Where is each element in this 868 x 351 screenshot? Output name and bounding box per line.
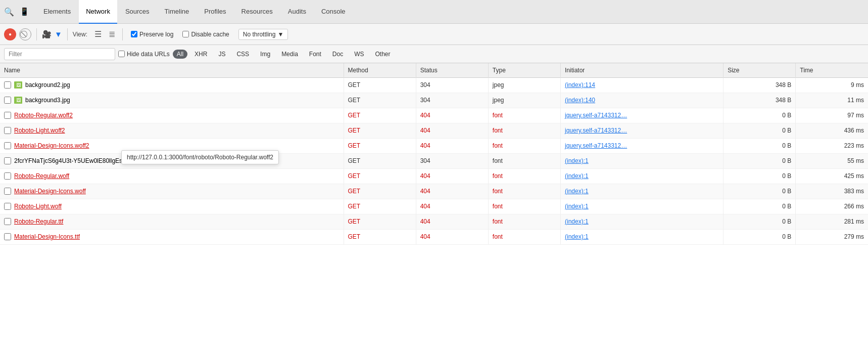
file-name[interactable]: Roboto-Regular.woff2 — [14, 112, 73, 119]
hide-data-urls-label[interactable]: Hide data URLs — [118, 51, 170, 58]
row-checkbox[interactable] — [4, 81, 11, 89]
row-checkbox[interactable] — [4, 142, 11, 149]
filter-btn-all[interactable]: All — [173, 50, 187, 59]
table-row[interactable]: Roboto-Regular.ttfGET404font(index):10 B… — [0, 214, 868, 229]
filter-input[interactable] — [4, 48, 115, 60]
tab-elements[interactable]: Elements — [36, 0, 78, 24]
filter-btn-css[interactable]: CSS — [232, 50, 253, 59]
table-row[interactable]: 🖼background3.jpgGET304jpeg(index):140348… — [0, 93, 868, 108]
file-name[interactable]: background3.jpg — [25, 97, 70, 104]
disable-cache-checkbox[interactable] — [182, 31, 189, 37]
filter-icon[interactable]: ▼ — [55, 30, 62, 38]
cell-initiator[interactable]: (index):140 — [561, 93, 724, 108]
row-checkbox[interactable] — [4, 127, 11, 134]
initiator-link[interactable]: (index):140 — [565, 97, 595, 104]
initiator-link[interactable]: jquery.self-a7143312… — [565, 127, 627, 134]
file-name[interactable]: Roboto-Light.woff — [14, 203, 62, 210]
cell-initiator[interactable]: (index):1 — [561, 214, 724, 229]
col-header-time[interactable]: Time — [796, 63, 868, 77]
initiator-link[interactable]: (index):1 — [565, 188, 589, 195]
col-header-method[interactable]: Method — [344, 63, 416, 77]
cell-initiator[interactable]: jquery.self-a7143312… — [561, 108, 724, 123]
col-header-name[interactable]: Name — [0, 63, 344, 77]
cell-initiator[interactable]: (index):1 — [561, 184, 724, 199]
cell-initiator[interactable]: (index):1 — [561, 229, 724, 244]
preserve-log-checkbox[interactable] — [131, 31, 137, 37]
row-checkbox[interactable] — [4, 157, 11, 164]
col-header-type[interactable]: Type — [488, 63, 560, 77]
row-checkbox[interactable] — [4, 203, 11, 210]
view-grouped-button[interactable]: ≣ — [107, 28, 117, 40]
table-row[interactable]: Roboto-Light.woff2GET404fontjquery.self-… — [0, 123, 868, 138]
name-cell-inner: Roboto-Regular.ttf — [4, 218, 340, 225]
mobile-icon[interactable]: 📱 — [19, 7, 29, 17]
throttle-chevron: ▼ — [277, 31, 283, 38]
clear-button[interactable]: ⃠ — [19, 28, 31, 40]
table-row[interactable]: Roboto-Regular.woff2GET404fontjquery.sel… — [0, 108, 868, 123]
cell-initiator[interactable]: (index):1 — [561, 168, 724, 184]
camera-icon[interactable]: 🎥 — [42, 30, 52, 39]
col-header-size[interactable]: Size — [724, 63, 796, 77]
file-name[interactable]: Roboto-Light.woff2 — [14, 127, 65, 134]
filter-btn-ws[interactable]: WS — [350, 50, 368, 59]
filter-btn-font[interactable]: Font — [305, 50, 325, 59]
file-name[interactable]: Material-Design-Icons.woff2 — [14, 142, 89, 149]
cell-initiator[interactable]: (index):1 — [561, 153, 724, 168]
filter-btn-media[interactable]: Media — [277, 50, 302, 59]
tab-network[interactable]: Network — [79, 0, 117, 24]
cell-initiator[interactable]: (index):1 — [561, 199, 724, 214]
filter-btn-xhr[interactable]: XHR — [190, 50, 211, 59]
cell-type: font — [488, 184, 560, 199]
col-header-initiator[interactable]: Initiator — [561, 63, 724, 77]
filter-btn-other[interactable]: Other — [371, 50, 395, 59]
initiator-link[interactable]: jquery.self-a7143312… — [565, 112, 627, 119]
view-list-button[interactable]: ☰ — [92, 28, 104, 40]
table-row[interactable]: Material-Design-Icons.woffGET404font(ind… — [0, 184, 868, 199]
tab-resources[interactable]: Resources — [234, 0, 280, 24]
tab-profiles[interactable]: Profiles — [197, 0, 233, 24]
file-name[interactable]: Material-Design-Icons.woff — [14, 188, 86, 195]
tab-timeline[interactable]: Timeline — [158, 0, 197, 24]
filter-btn-img[interactable]: Img — [256, 50, 274, 59]
cell-initiator[interactable]: (index):114 — [561, 77, 724, 93]
filter-btn-js[interactable]: JS — [214, 50, 229, 59]
initiator-link[interactable]: (index):114 — [565, 81, 595, 89]
row-checkbox[interactable] — [4, 188, 11, 195]
cell-type: font — [488, 199, 560, 214]
row-checkbox[interactable] — [4, 97, 11, 104]
name-cell-inner: Material-Design-Icons.woff — [4, 188, 340, 195]
row-checkbox[interactable] — [4, 172, 11, 180]
initiator-link[interactable]: (index):1 — [565, 172, 589, 180]
preserve-log-label[interactable]: Preserve log — [131, 31, 173, 38]
tab-audits[interactable]: Audits — [281, 0, 313, 24]
hide-data-urls-checkbox[interactable] — [118, 51, 125, 57]
row-checkbox[interactable] — [4, 233, 11, 240]
table-row[interactable]: Roboto-Regular.woffGET404font(index):10 … — [0, 168, 868, 184]
table-row[interactable]: 🖼background2.jpgGET304jpeg(index):114348… — [0, 77, 868, 93]
file-name[interactable]: Material-Design-Icons.ttf — [14, 233, 80, 240]
cell-initiator[interactable]: jquery.self-a7143312… — [561, 138, 724, 153]
row-checkbox[interactable] — [4, 112, 11, 119]
table-row[interactable]: Material-Design-Icons.ttfGET404font(inde… — [0, 229, 868, 244]
initiator-link[interactable]: (index):1 — [565, 218, 589, 225]
initiator-link[interactable]: jquery.self-a7143312… — [565, 142, 627, 149]
initiator-link[interactable]: (index):1 — [565, 203, 589, 210]
initiator-link[interactable]: (index):1 — [565, 233, 589, 240]
search-icon[interactable]: 🔍 — [4, 7, 14, 17]
disable-cache-label[interactable]: Disable cache — [182, 31, 229, 38]
table-row[interactable]: Roboto-Light.woffGET404font(index):10 B2… — [0, 199, 868, 214]
file-name[interactable]: background2.jpg — [25, 81, 70, 89]
filter-btn-doc[interactable]: Doc — [328, 50, 347, 59]
cell-initiator[interactable]: jquery.self-a7143312… — [561, 123, 724, 138]
tab-console[interactable]: Console — [314, 0, 353, 24]
record-button[interactable]: ● — [4, 28, 16, 40]
tab-sources[interactable]: Sources — [118, 0, 157, 24]
cell-size: 0 B — [724, 214, 796, 229]
name-cell-inner: Roboto-Regular.woff2 — [4, 112, 340, 119]
row-checkbox[interactable] — [4, 218, 11, 225]
file-name[interactable]: Roboto-Regular.ttf — [14, 218, 63, 225]
col-header-status[interactable]: Status — [416, 63, 488, 77]
throttle-select[interactable]: No throttling ▼ — [238, 29, 288, 40]
file-name[interactable]: Roboto-Regular.woff — [14, 172, 69, 180]
initiator-link[interactable]: (index):1 — [565, 157, 589, 164]
